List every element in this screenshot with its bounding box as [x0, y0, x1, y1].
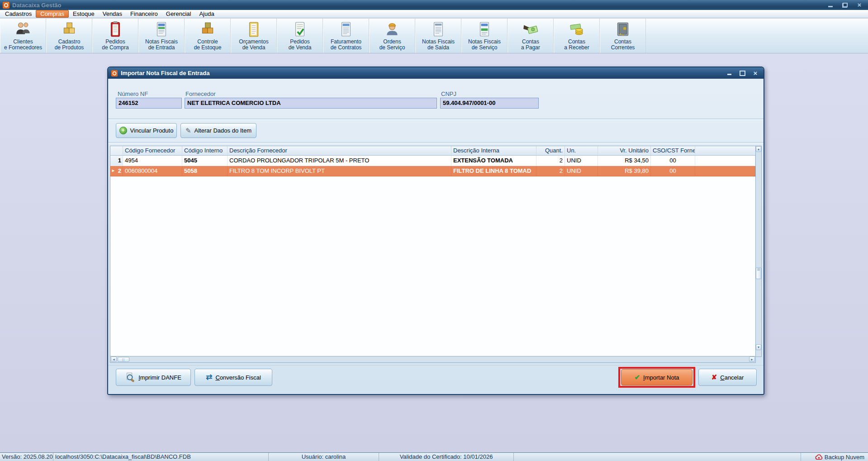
toolbar-label: Faturamentode Contratos	[331, 39, 362, 51]
toolbar-button-contas-correntes[interactable]: ContasCorrentes	[600, 19, 646, 53]
purchase-order-clipboard-icon	[107, 20, 124, 39]
selected-row-arrow-icon: ►	[111, 166, 115, 176]
header-un[interactable]: Un.	[565, 146, 598, 155]
cell-cso-cst: 00	[651, 166, 695, 176]
table-row[interactable]: 1 4954 5045 CORDAO PROLONGADOR TRIPOLAR …	[110, 156, 755, 166]
menu-estoque[interactable]: Estoque	[69, 10, 99, 18]
desktop-area: Importar Nota Fiscal de Entrada × Número…	[0, 53, 868, 452]
conversao-fiscal-button[interactable]: ⇄ Conversão Fiscal	[194, 369, 272, 386]
toolbar-button-pedidos-compra[interactable]: Pedidosde Compra	[92, 19, 138, 53]
header-quant[interactable]: Quant.	[536, 146, 565, 155]
stock-boxes-icon	[199, 20, 216, 39]
menu-compras[interactable]: Compras	[36, 10, 69, 18]
cell-codigo-fornecedor: 0060800004	[123, 166, 182, 176]
horizontal-scrollbar[interactable]: ◄ || ►	[110, 356, 756, 363]
toolbar-spacer	[646, 19, 868, 53]
imprimir-danfe-button[interactable]: Imprimir DANFE	[116, 369, 191, 386]
scroll-left-icon[interactable]: ◄	[111, 356, 117, 362]
cell-quant: 2	[536, 166, 565, 176]
invoice-out-document-icon	[430, 20, 447, 39]
cloud-backup-icon	[815, 454, 823, 460]
cell-filler	[695, 166, 755, 176]
toolbar-button-contas-pagar[interactable]: Contasa Pagar	[508, 19, 554, 53]
cell-vr-unitario: R$ 39,80	[598, 166, 651, 176]
header-filler	[695, 146, 755, 155]
header-codigo-interno[interactable]: Código Interno	[182, 146, 228, 155]
dialog-maximize-button[interactable]	[737, 70, 747, 76]
imprimir-danfe-label: Imprimir DANFE	[138, 374, 181, 381]
toolbar-button-ordens-servico[interactable]: Ordensde Serviço	[369, 19, 415, 53]
toolbar-button-cadastro-produtos[interactable]: Cadastrode Produtos	[46, 19, 92, 53]
vincular-produto-button[interactable]: + Vincular Produto	[116, 123, 177, 138]
importar-nota-button[interactable]: ✔ Importar Nota	[621, 369, 693, 385]
status-backup[interactable]: Backup Nuvem	[801, 453, 868, 461]
toolbar-button-faturamento-contratos[interactable]: Faturamentode Contratos	[323, 19, 369, 53]
conversao-fiscal-label: Conversão Fiscal	[215, 374, 261, 381]
application-window: Datacaixa Gestão × Cadastros Compras Est…	[0, 0, 868, 461]
close-button[interactable]: ×	[854, 1, 865, 9]
status-database-path: localhost/3050:C:\Datacaixa_fiscal\BD\BA…	[53, 453, 269, 461]
vertical-scrollbar[interactable]: ▲ ▼	[755, 146, 762, 357]
toolbar-button-nf-servico[interactable]: Notas Fiscaisde Serviço	[461, 19, 508, 53]
dialog-minimize-button[interactable]	[724, 70, 734, 76]
table-row-selected[interactable]: ►2 0060800004 5058 FILTRO 8 TOM INCORP B…	[110, 166, 755, 176]
dialog-close-button[interactable]: ×	[750, 70, 760, 76]
importar-nota-label: Importar Nota	[643, 374, 679, 381]
status-bar: Versão: 2025.08.20 localhost/3050:C:\Dat…	[0, 452, 868, 461]
header-cso-cst[interactable]: CSO/CST Fornec.	[651, 146, 695, 155]
status-version: Versão: 2025.08.20	[0, 453, 53, 461]
cell-un: UNID	[565, 166, 598, 176]
status-certificate: Validade do Certificado: 10/01/2026	[379, 453, 514, 461]
header-vr-unitario[interactable]: Vr. Unitário	[598, 146, 651, 155]
alterar-dados-button[interactable]: ✎ Alterar Dados do Item	[180, 123, 256, 138]
window-title: Datacaixa Gestão	[12, 2, 822, 9]
restore-button[interactable]	[839, 1, 851, 9]
billing-document-icon	[337, 20, 355, 39]
toolbar-button-nf-saida[interactable]: Notas Fiscaisde Saída	[415, 19, 461, 53]
menu-financeiro[interactable]: Financeiro	[126, 10, 162, 18]
toolbar-button-contas-receber[interactable]: Contasa Receber	[554, 19, 600, 53]
fornecedor-label: Fornecedor	[185, 90, 215, 97]
minimize-button[interactable]	[825, 1, 836, 9]
header-descricao-fornecedor[interactable]: Descrição Fornecedor	[228, 146, 451, 155]
numero-nf-field[interactable]: 246152	[116, 98, 182, 109]
status-spacer	[514, 453, 801, 461]
menu-cadastros[interactable]: Cadastros	[1, 10, 36, 18]
scroll-up-icon[interactable]: ▲	[756, 146, 761, 152]
toolbar-button-pedidos-venda[interactable]: Pedidosde Venda	[277, 19, 323, 53]
toolbar-button-clientes-fornecedores[interactable]: Clientese Fornecedores	[0, 19, 46, 53]
menu-gerencial[interactable]: Gerencial	[162, 10, 195, 18]
alterar-dados-label: Alterar Dados do Item	[194, 127, 251, 134]
horizontal-scroll-thumb[interactable]: ||	[118, 357, 129, 362]
toolbar-label: ContasCorrentes	[611, 39, 635, 51]
header-selector	[110, 146, 123, 155]
plus-icon: +	[119, 127, 127, 134]
toolbar-label: Pedidosde Compra	[102, 39, 128, 51]
edit-pencil-icon: ✎	[185, 127, 191, 135]
cell-un: UNID	[565, 156, 598, 166]
backup-nuvem-label: Backup Nuvem	[825, 453, 864, 461]
toolbar-button-nf-entrada[interactable]: Notas Fiscaisde Entrada	[138, 19, 185, 53]
menu-vendas[interactable]: Vendas	[99, 10, 126, 18]
toolbar-label: Contasa Pagar	[521, 39, 540, 51]
cell-cso-cst: 00	[651, 156, 695, 166]
menu-ajuda[interactable]: Ajuda	[195, 10, 218, 18]
cell-codigo-interno: 5045	[182, 156, 228, 166]
swap-arrows-icon: ⇄	[206, 374, 212, 380]
scroll-right-icon[interactable]: ►	[749, 356, 755, 362]
header-descricao-interna[interactable]: Descrição Interna	[451, 146, 536, 155]
fornecedor-field[interactable]: NET ELETRICA COMERCIO LTDA	[185, 98, 437, 109]
scroll-down-icon[interactable]: ▼	[756, 344, 761, 350]
cancelar-button[interactable]: ✘ Cancelar	[698, 369, 757, 386]
toolbar-button-controle-estoque[interactable]: Controlede Estoque	[185, 19, 231, 53]
vertical-scroll-thumb[interactable]	[756, 267, 761, 279]
toolbar-label: Clientese Fornecedores	[4, 39, 42, 51]
separator	[108, 365, 764, 366]
cnpj-field[interactable]: 59.404.947/0001-00	[440, 98, 539, 109]
dialog-title: Importar Nota Fiscal de Entrada	[121, 70, 721, 76]
numero-nf-label: Número NF	[118, 90, 148, 97]
toolbar-button-orcamentos-venda[interactable]: Orçamentosde Venda	[231, 19, 277, 53]
header-codigo-fornecedor[interactable]: Código Fornecedor	[123, 146, 182, 155]
toolbar-label: Notas Fiscaisde Entrada	[145, 39, 178, 51]
sales-order-check-icon	[291, 20, 308, 39]
